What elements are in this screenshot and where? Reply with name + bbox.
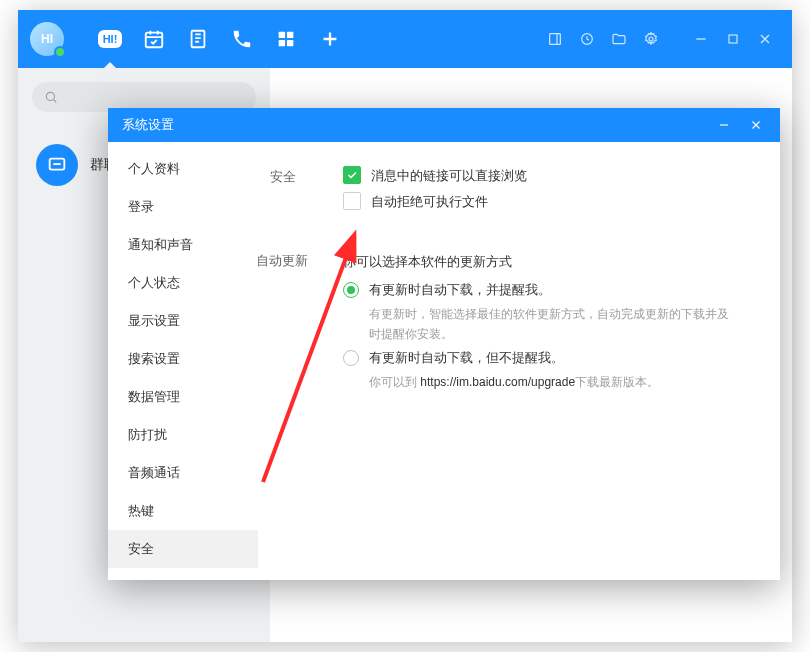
nav-item[interactable]: 安全 — [108, 530, 258, 568]
desc-prefix: 你可以到 — [369, 375, 420, 389]
update-intro: 你可以选择本软件的更新方式 — [343, 254, 512, 269]
settings-dialog: 系统设置 个人资料登录通知和声音个人状态显示设置搜索设置数据管理防打扰音频通话热… — [108, 108, 780, 580]
window-maximize-button[interactable] — [718, 24, 748, 54]
messages-icon: HI! — [98, 30, 123, 48]
upgrade-link[interactable]: https://im.baidu.com/upgrade — [420, 375, 575, 389]
svg-rect-0 — [146, 33, 163, 48]
header-right — [540, 24, 780, 54]
section-label-security: 安全 — [270, 168, 296, 186]
dialog-titlebar: 系统设置 — [108, 108, 780, 142]
maximize-icon — [725, 31, 741, 47]
update-option-1: 有更新时自动下载，并提醒我。 有更新时，智能选择最佳的软件更新方式，自动完成更新… — [343, 280, 729, 344]
minimize-icon — [693, 31, 709, 47]
svg-line-12 — [263, 252, 348, 482]
nav-item[interactable]: 热键 — [108, 492, 258, 530]
nav-item[interactable]: 个人状态 — [108, 264, 258, 302]
option-desc: 有更新时，智能选择最佳的软件更新方式，自动完成更新的下载并及时提醒你安装。 — [369, 304, 729, 344]
option-label: 有更新时自动下载，并提醒我。 — [369, 282, 551, 297]
dialog-sidebar: 个人资料登录通知和声音个人状态显示设置搜索设置数据管理防打扰音频通话热键安全自动… — [108, 142, 258, 580]
close-icon — [757, 31, 773, 47]
header-nav: HI! — [88, 10, 352, 68]
option-link-browse: 消息中的链接可以直接浏览 — [343, 166, 527, 186]
nav-item[interactable]: 音频通话 — [108, 454, 258, 492]
nav-item[interactable]: 显示设置 — [108, 302, 258, 340]
radio-update-auto-silent[interactable] — [343, 350, 359, 366]
svg-rect-3 — [287, 32, 293, 38]
plus-icon — [319, 28, 341, 50]
svg-point-8 — [649, 37, 653, 41]
screenshot-icon — [547, 31, 563, 47]
nav-notebook-tab[interactable] — [176, 10, 220, 68]
user-avatar[interactable]: HI — [30, 22, 64, 56]
header-left: HI HI! — [30, 10, 352, 68]
message-square-icon — [46, 154, 68, 176]
desc-suffix: 下载最新版本。 — [575, 375, 659, 389]
nav-add-tab[interactable] — [308, 10, 352, 68]
nav-messages-tab[interactable]: HI! — [88, 10, 132, 68]
history-button[interactable] — [572, 24, 602, 54]
svg-rect-9 — [729, 35, 737, 43]
svg-rect-6 — [550, 34, 561, 45]
close-icon — [749, 118, 763, 132]
chat-avatar — [36, 144, 78, 186]
phone-icon — [231, 28, 253, 50]
update-option-2: 有更新时自动下载，但不提醒我。 你可以到 https://im.baidu.co… — [343, 348, 659, 392]
nav-item[interactable]: 登录 — [108, 188, 258, 226]
window-minimize-button[interactable] — [686, 24, 716, 54]
settings-button[interactable] — [636, 24, 666, 54]
nav-calendar-tab[interactable] — [132, 10, 176, 68]
option-desc: 你可以到 https://im.baidu.com/upgrade下载最新版本。 — [369, 372, 659, 392]
dialog-body: 个人资料登录通知和声音个人状态显示设置搜索设置数据管理防打扰音频通话热键安全自动… — [108, 142, 780, 580]
checkbox-reject-exe[interactable] — [343, 192, 361, 210]
radio-update-auto-notify[interactable] — [343, 282, 359, 298]
history-icon — [579, 31, 595, 47]
section-label-autoupdate: 自动更新 — [258, 252, 308, 270]
option-text-block: 有更新时自动下载，并提醒我。 有更新时，智能选择最佳的软件更新方式，自动完成更新… — [369, 280, 729, 344]
status-online-icon — [54, 46, 66, 58]
search-icon — [44, 90, 58, 104]
option-label: 自动拒绝可执行文件 — [371, 192, 488, 212]
notebook-icon — [187, 28, 209, 50]
folder-icon — [611, 31, 627, 47]
nav-item[interactable]: 搜索设置 — [108, 340, 258, 378]
dialog-content: 安全 消息中的链接可以直接浏览 自动拒绝可执行文件 自动更新 你可以选择本软件的… — [258, 142, 780, 580]
checkbox-link-browse[interactable] — [343, 166, 361, 184]
option-label: 消息中的链接可以直接浏览 — [371, 166, 527, 186]
avatar-text: HI — [41, 32, 53, 46]
svg-rect-2 — [279, 32, 285, 38]
nav-item[interactable]: 防打扰 — [108, 416, 258, 454]
nav-phone-tab[interactable] — [220, 10, 264, 68]
nav-item[interactable]: 通知和声音 — [108, 226, 258, 264]
folder-button[interactable] — [604, 24, 634, 54]
dialog-title-actions — [714, 115, 766, 135]
nav-item[interactable]: 个人资料 — [108, 150, 258, 188]
app-header: HI HI! — [18, 10, 792, 68]
svg-rect-5 — [287, 40, 293, 46]
option-text-block: 有更新时自动下载，但不提醒我。 你可以到 https://im.baidu.co… — [369, 348, 659, 392]
dialog-minimize-button[interactable] — [714, 115, 734, 135]
update-intro-row: 你可以选择本软件的更新方式 — [343, 252, 512, 271]
calendar-icon — [143, 28, 165, 50]
dialog-close-button[interactable] — [746, 115, 766, 135]
window-close-button[interactable] — [750, 24, 780, 54]
option-label: 有更新时自动下载，但不提醒我。 — [369, 350, 564, 365]
nav-apps-tab[interactable] — [264, 10, 308, 68]
gear-icon — [643, 31, 659, 47]
grid-icon — [275, 28, 297, 50]
screenshot-button[interactable] — [540, 24, 570, 54]
option-reject-exe: 自动拒绝可执行文件 — [343, 192, 488, 212]
svg-rect-4 — [279, 40, 285, 46]
nav-item[interactable]: 数据管理 — [108, 378, 258, 416]
check-icon — [346, 169, 358, 181]
dialog-title-text: 系统设置 — [122, 116, 174, 134]
svg-point-10 — [46, 92, 54, 100]
nav-item[interactable]: 自动更新 — [108, 568, 258, 580]
minimize-icon — [717, 118, 731, 132]
